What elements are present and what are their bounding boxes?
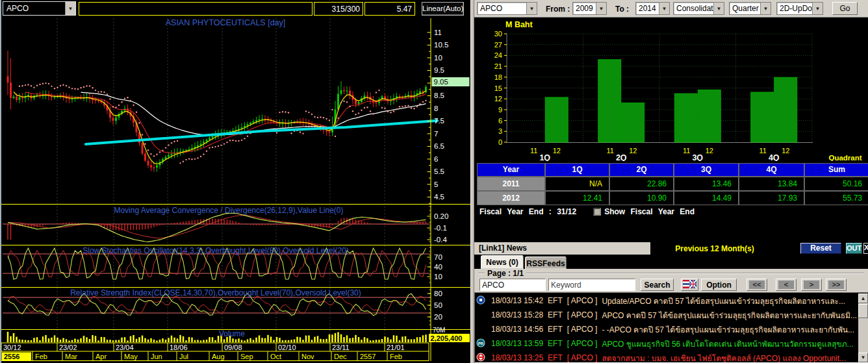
symbol-search-input[interactable] (479, 279, 546, 291)
period-combo[interactable]: Quarter ▼ (729, 2, 771, 15)
chevron-down-icon[interactable]: ▼ (812, 3, 823, 14)
reset-button[interactable]: Reset (800, 243, 841, 254)
svg-text:8.5: 8.5 (434, 92, 444, 99)
svg-text:70M: 70M (433, 327, 445, 334)
scroll-up-icon[interactable]: ▲ (858, 294, 868, 303)
value-cell: 17.93 (739, 191, 804, 205)
option-button[interactable]: Option (701, 279, 737, 291)
svg-text:Mar: Mar (65, 353, 77, 360)
news-row[interactable]: 18/03/13 15:28EFT[ APCO ]APCO คาดปี 57 ไ… (475, 308, 858, 322)
first-page-button[interactable]: << (747, 279, 767, 291)
svg-text:6.5: 6.5 (434, 142, 444, 150)
chevron-down-icon[interactable]: ▼ (760, 3, 771, 14)
svg-text:Nov: Nov (301, 353, 314, 360)
scale-mode-button[interactable]: Linear(Auto) (422, 2, 464, 16)
view-combo[interactable]: 2D-UpDown ▼ (776, 2, 823, 15)
pr-news-icon: PR (476, 338, 485, 347)
bars-count-field: 315/300 (314, 2, 363, 16)
left-toolbar: APCO ▼ 315/300 5.47 Linear(Auto) (1, 0, 470, 18)
table-row[interactable]: 2011N/A22.8613.4613.8450.16 (477, 177, 868, 191)
svg-text:24: 24 (494, 51, 502, 59)
news-tabs: News (0) RSSFeeds (474, 255, 868, 269)
year-cell: 2012 (477, 191, 545, 205)
language-flag-button[interactable] (681, 279, 698, 291)
out-button[interactable]: OUT (846, 243, 862, 254)
search-button[interactable]: Search (641, 279, 674, 291)
news-row[interactable]: PR18/03/13 13:59EFT[ APCO ]APCO ชูแผนธุร… (475, 336, 858, 351)
svg-text:Dec: Dec (334, 353, 347, 360)
scrollbar-thumb[interactable] (858, 304, 868, 318)
news-scrollbar[interactable]: ▲ ▼ (858, 294, 868, 362)
eft-news-icon (476, 295, 485, 305)
keyword-input[interactable] (548, 279, 635, 291)
chevron-down-icon[interactable]: ▼ (526, 3, 537, 14)
news-window-title: [Link1] News (479, 244, 527, 253)
svg-text:02/10: 02/10 (278, 344, 296, 351)
quarterly-earnings-table: Year1Q2Q3Q4QSum2011N/A22.8613.4613.8450.… (477, 163, 868, 205)
last-price-field: 5.47 (364, 2, 415, 16)
svg-text:18/06: 18/06 (170, 344, 188, 351)
to-year-combo[interactable]: 2014 ▼ (635, 2, 670, 15)
svg-text:-0.1: -0.1 (434, 224, 447, 232)
svg-text:09/08: 09/08 (224, 344, 242, 351)
symbol-combo-right[interactable]: APCO ▼ (477, 2, 537, 15)
fiscal-checkbox[interactable] (593, 208, 601, 216)
right-toolbar: APCO ▼ From : 2009 ▼ To : 2014 ▼ Consoli… (474, 0, 868, 18)
go-button[interactable]: Go (832, 2, 858, 15)
chevron-down-icon[interactable]: ▼ (713, 3, 724, 14)
news-symbol-tag: [ APCO ] (567, 325, 598, 334)
news-panel: [Link1] News Previous 12 Month(s) Reset … (474, 242, 868, 363)
view-value: 2D-UpDown (777, 4, 812, 13)
chevron-down-icon[interactable]: ▼ (659, 3, 669, 14)
period-value: Quarter (730, 4, 760, 13)
news-symbol-tag: [ APCO ] (567, 339, 598, 348)
tab-rssfeeds[interactable]: RSSFeeds (525, 257, 567, 269)
news-headline: APCO ชูแผนธุรกิจปี 56 เติบโตโดดเด่น เดิน… (602, 338, 853, 350)
news-headline: APCO คาดปี 57 ได้ข้อสรุปแผนเข้าร่วมลุยธุ… (602, 309, 856, 321)
tab-news[interactable]: News (0) (481, 255, 524, 269)
thai-uk-flag-icon (683, 280, 696, 288)
svg-text:21/01: 21/01 (387, 344, 405, 351)
year-cell: 2011 (477, 177, 545, 191)
from-year-combo[interactable]: 2009 ▼ (572, 2, 607, 15)
news-time: 18/03/13 13:25 (491, 353, 543, 362)
statement-combo[interactable]: Consolidated ▼ (673, 2, 724, 15)
candlestick-chart-canvas[interactable]: ASIAN PHYTOCEUTICALS [day]1110.5109.58.5… (1, 18, 470, 363)
svg-text:12: 12 (706, 147, 713, 155)
prev-page-button[interactable]: < (776, 279, 797, 291)
chevron-down-icon[interactable]: ▼ (596, 3, 606, 14)
value-cell: 12.41 (545, 191, 609, 205)
news-source: EFT (548, 325, 563, 334)
news-row[interactable]: 18/03/13 14:56EFT[ APCO ]- -APCO คาดปี 5… (475, 322, 858, 336)
scroll-down-icon[interactable]: ▼ (858, 353, 868, 362)
svg-text:4.5: 4.5 (434, 193, 444, 201)
svg-text:30: 30 (494, 30, 502, 38)
news-titlebar: [Link1] News Previous 12 Month(s) Reset … (474, 242, 868, 255)
news-source: EFT (548, 353, 563, 362)
table-row[interactable]: 201212.4110.9014.4917.9355.73 (477, 191, 868, 205)
svg-text:12: 12 (629, 147, 637, 155)
news-headline: สดจากสนาม : บมจ. เอเชียน ไฟย์โตซูติคอลส์… (602, 352, 846, 363)
news-time: 18/03/13 15:28 (491, 310, 543, 319)
svg-text:80: 80 (434, 290, 442, 297)
symbol-combo[interactable]: APCO ▼ (3, 1, 76, 16)
news-time: 18/03/13 13:59 (491, 339, 543, 348)
close-icon[interactable]: X (863, 243, 868, 254)
svg-text:9.05: 9.05 (434, 78, 448, 86)
news-row[interactable]: 18/03/13 15:42EFT[ APCO ]Update/APCO คาด… (475, 294, 858, 308)
svg-text:6: 6 (498, 117, 502, 125)
news-source: EFT (548, 339, 563, 348)
chevron-down-icon[interactable]: ▼ (65, 2, 75, 15)
last-page-button[interactable]: >> (826, 279, 847, 291)
svg-text:11: 11 (760, 147, 767, 155)
next-page-button[interactable]: > (801, 279, 822, 291)
news-icon-slot (475, 295, 487, 307)
news-symbol-tag: [ APCO ] (567, 353, 598, 362)
svg-text:3Q: 3Q (692, 153, 703, 161)
svg-text:18: 18 (494, 73, 502, 81)
svg-text:2557: 2557 (360, 353, 376, 360)
svg-text:2Q: 2Q (616, 153, 627, 161)
news-row[interactable]: 18/03/13 13:25EFT[ APCO ]สดจากสนาม : บมจ… (475, 351, 858, 363)
svg-text:2,205,400: 2,205,400 (431, 334, 463, 342)
svg-text:6: 6 (434, 155, 438, 163)
